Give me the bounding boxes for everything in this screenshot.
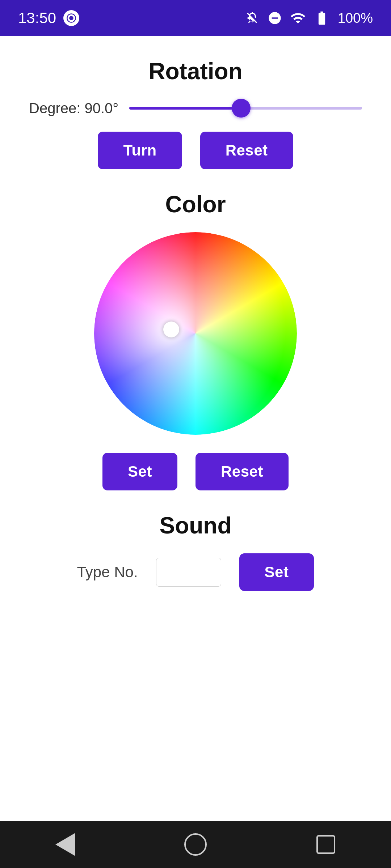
turn-button[interactable]: Turn [98, 132, 182, 169]
battery-icon [314, 10, 330, 26]
back-icon [55, 833, 75, 856]
slider-track [129, 107, 362, 110]
color-wheel-cursor[interactable] [163, 322, 179, 337]
mute-icon [245, 11, 260, 25]
rotation-section: Rotation Degree: 90.0° Turn Reset [29, 58, 362, 169]
status-app-icon [63, 10, 79, 26]
color-wheel[interactable] [94, 232, 297, 435]
status-right: 100% [245, 10, 373, 26]
degree-label: Degree: 90.0° [29, 100, 118, 116]
color-button-row: Set Reset [29, 453, 362, 490]
recent-icon [316, 835, 335, 854]
rotation-reset-button[interactable]: Reset [200, 132, 293, 169]
svg-point-2 [69, 16, 73, 20]
color-reset-button[interactable]: Reset [196, 453, 289, 490]
main-content: Rotation Degree: 90.0° Turn Reset Color [0, 36, 391, 591]
nav-home-button[interactable] [181, 830, 210, 859]
nav-bar [0, 821, 391, 868]
type-number-input[interactable] [156, 558, 221, 587]
color-section: Color Set Reset [29, 191, 362, 490]
rotation-slider-container[interactable] [129, 99, 362, 117]
sound-row: Type No. Set [29, 553, 362, 591]
color-wheel-container[interactable] [29, 232, 362, 435]
battery-percent: 100% [338, 10, 373, 26]
sound-set-button[interactable]: Set [239, 553, 314, 591]
do-not-disturb-icon [268, 11, 282, 25]
wifi-icon [290, 10, 306, 26]
color-wheel-overlay [94, 232, 297, 435]
nav-back-button[interactable] [51, 830, 80, 859]
home-icon [184, 833, 207, 856]
rotation-button-row: Turn Reset [29, 132, 362, 169]
type-label: Type No. [77, 563, 138, 581]
degree-row: Degree: 90.0° [29, 99, 362, 117]
sound-section: Sound Type No. Set [29, 512, 362, 591]
status-time: 13:50 [18, 9, 56, 27]
nav-recent-button[interactable] [311, 830, 340, 859]
rotation-title: Rotation [29, 58, 362, 85]
status-left: 13:50 [18, 9, 79, 27]
slider-thumb[interactable] [232, 99, 251, 118]
sound-title: Sound [29, 512, 362, 539]
status-bar: 13:50 100% [0, 0, 391, 36]
color-title: Color [29, 191, 362, 218]
color-set-button[interactable]: Set [102, 453, 177, 490]
